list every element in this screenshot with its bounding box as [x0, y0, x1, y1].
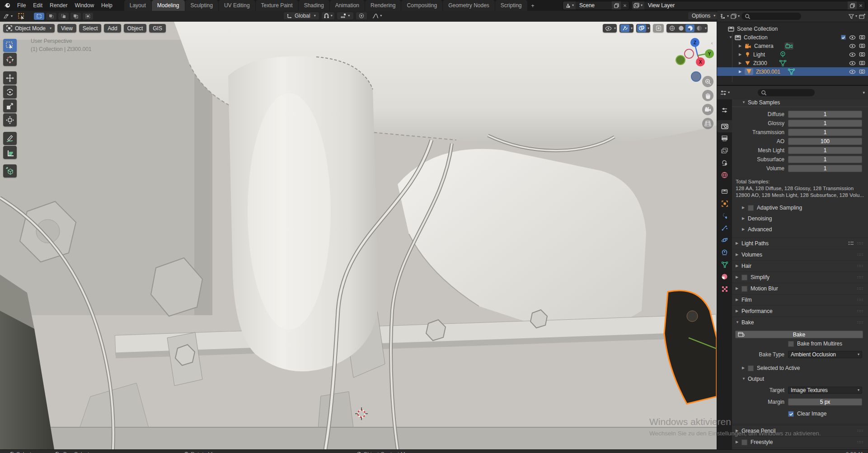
panel-performance[interactable]: ▶Performance∷∷	[732, 305, 868, 317]
outliner-row-zt300-001[interactable]: ▶ Zt300.001	[717, 67, 868, 76]
gizmo-axis-neg-x[interactable]	[684, 49, 694, 59]
gizmos-chevron[interactable]: ▾	[631, 27, 633, 30]
tab-output[interactable]	[717, 132, 732, 145]
tab-render[interactable]	[717, 120, 732, 132]
tab-uv-editing[interactable]: UV Editing	[219, 0, 255, 11]
tab-constraints[interactable]	[717, 246, 732, 258]
properties-editor-type-dropdown[interactable]: ▾	[720, 90, 730, 96]
panel-light-paths[interactable]: ▶Light Paths ∷∷	[732, 238, 868, 249]
options-dropdown[interactable]: Options▾	[688, 12, 719, 19]
unlink-scene-icon[interactable]: ✕	[621, 1, 629, 9]
expand-icon[interactable]: ▼	[729, 36, 735, 39]
viewport-menu-view[interactable]: View	[57, 24, 76, 33]
select-mode-set-button[interactable]	[34, 13, 44, 20]
tab-sculpting[interactable]: Sculpting	[185, 0, 218, 11]
hide-viewport-icon[interactable]	[849, 43, 856, 49]
volume-samples-field[interactable]: 1	[788, 165, 862, 172]
tab-geometry-nodes[interactable]: Geometry Nodes	[443, 0, 495, 11]
outliner-row-zt300[interactable]: ▶ Zt300	[717, 59, 868, 67]
xray-toggle-icon[interactable]	[654, 24, 663, 32]
expand-icon[interactable]: ▶	[739, 70, 745, 74]
disable-render-icon[interactable]	[859, 34, 865, 40]
proportional-editing-toggle[interactable]	[356, 12, 367, 19]
add-workspace-button[interactable]: +	[528, 0, 538, 11]
clear-image-checkbox[interactable]	[788, 411, 794, 417]
panel-bake[interactable]: ▼Bake∷∷	[732, 317, 868, 328]
shading-rendered-icon[interactable]	[694, 24, 704, 32]
new-collection-button[interactable]	[859, 14, 865, 19]
tab-world[interactable]	[717, 169, 732, 181]
gizmo-axis-z[interactable]: Z	[690, 38, 699, 47]
glossy-samples-field[interactable]: 1	[788, 120, 862, 127]
tab-layout[interactable]: Layout	[124, 0, 151, 11]
overlays-chevron[interactable]: ▾	[647, 27, 649, 30]
tab-texture[interactable]	[717, 283, 732, 295]
selected-to-active-checkbox[interactable]	[748, 365, 754, 371]
tab-material[interactable]	[717, 271, 732, 283]
proportional-falloff-dropdown[interactable]: ▾	[370, 12, 385, 19]
sub-samples-panel-header[interactable]: ▼Sub Samples	[732, 99, 868, 107]
visibility-chevron[interactable]: ▾	[614, 27, 616, 30]
tab-modeling[interactable]: Modeling	[152, 0, 185, 11]
outliner-row-scene-collection[interactable]: Scene Collection	[717, 24, 868, 33]
shading-chevron[interactable]: ▾	[705, 27, 707, 30]
output-subpanel-header[interactable]: ▼Output	[732, 374, 868, 384]
tab-tool[interactable]	[717, 104, 732, 116]
disable-render-icon[interactable]	[859, 60, 865, 66]
diffuse-samples-field[interactable]: 1	[788, 111, 862, 118]
menu-render[interactable]: Render	[46, 0, 71, 11]
presets-icon[interactable]	[848, 241, 854, 246]
select-mode-extend-button[interactable]	[46, 13, 56, 20]
scale-tool[interactable]	[3, 99, 17, 112]
freestyle-checkbox[interactable]	[741, 439, 747, 445]
mode-dropdown[interactable]: Object Mode▾	[3, 24, 55, 33]
subsurface-samples-field[interactable]: 1	[788, 156, 862, 163]
panel-grease-pencil[interactable]: ▶Grease Pencil∷∷	[732, 425, 868, 436]
outliner-editor-type-dropdown[interactable]: ▾	[720, 14, 729, 19]
cursor-tool[interactable]	[3, 53, 17, 66]
panel-hair[interactable]: ▶Hair∷∷	[732, 260, 868, 271]
view-layer-name[interactable]: View Layer	[644, 2, 848, 9]
outliner-search-input[interactable]	[741, 13, 801, 20]
selected-to-active-subpanel[interactable]: ▶ Selected to Active	[732, 363, 868, 374]
object-visibility-icon[interactable]	[604, 24, 613, 32]
outliner-display-mode-dropdown[interactable]: ▾	[731, 14, 740, 19]
collection-checkbox[interactable]	[841, 35, 846, 40]
gizmos-toggle-icon[interactable]	[620, 24, 629, 32]
outliner-row-collection[interactable]: ▼ Collection	[717, 33, 868, 42]
shading-material-icon[interactable]	[685, 24, 694, 32]
tab-scene[interactable]	[717, 157, 732, 169]
drag-handle-icon[interactable]: ∷∷	[858, 241, 863, 246]
tab-particles[interactable]	[717, 222, 732, 234]
gizmo-axis-neg-y[interactable]	[676, 55, 685, 65]
measure-tool[interactable]	[3, 146, 17, 159]
tab-texture-paint[interactable]: Texture Paint	[256, 0, 298, 11]
bake-button[interactable]: Bake	[735, 331, 863, 338]
simplify-checkbox[interactable]	[741, 275, 747, 280]
tab-animation[interactable]: Animation	[330, 0, 365, 11]
scene-browse-button[interactable]: ▾	[563, 1, 576, 9]
active-tool-select-box-icon[interactable]	[16, 13, 28, 20]
properties-search-input[interactable]	[758, 89, 815, 96]
select-mode-subtract-button[interactable]	[58, 13, 69, 20]
viewport-menu-add[interactable]: Add	[104, 24, 121, 33]
expand-icon[interactable]: ▶	[739, 44, 745, 48]
disable-render-icon[interactable]	[859, 43, 865, 49]
pan-view-button[interactable]	[702, 90, 713, 101]
tab-rendering[interactable]: Rendering	[365, 0, 401, 11]
outliner-filter-dropdown[interactable]: ▾	[849, 14, 857, 19]
new-scene-icon[interactable]	[612, 1, 621, 9]
transform-orientation-dropdown[interactable]: Global▾	[284, 12, 319, 19]
3d-viewport[interactable]: Object Mode▾ View Select Add Object GIS …	[0, 22, 717, 449]
panel-film[interactable]: ▶Film∷∷	[732, 294, 868, 305]
properties-options-chevron[interactable]: ▾	[863, 91, 865, 95]
advanced-subpanel[interactable]: ▶Advanced	[732, 224, 868, 235]
camera-view-button[interactable]	[702, 104, 713, 115]
sidebar-toggle-icon[interactable]: ‹	[711, 41, 713, 46]
select-box-tool[interactable]	[3, 39, 17, 52]
hide-viewport-icon[interactable]	[849, 52, 856, 57]
hide-viewport-icon[interactable]	[849, 61, 856, 66]
tab-scripting[interactable]: Scripting	[495, 0, 527, 11]
blender-logo-icon[interactable]	[0, 0, 14, 11]
hide-viewport-icon[interactable]	[849, 69, 856, 75]
